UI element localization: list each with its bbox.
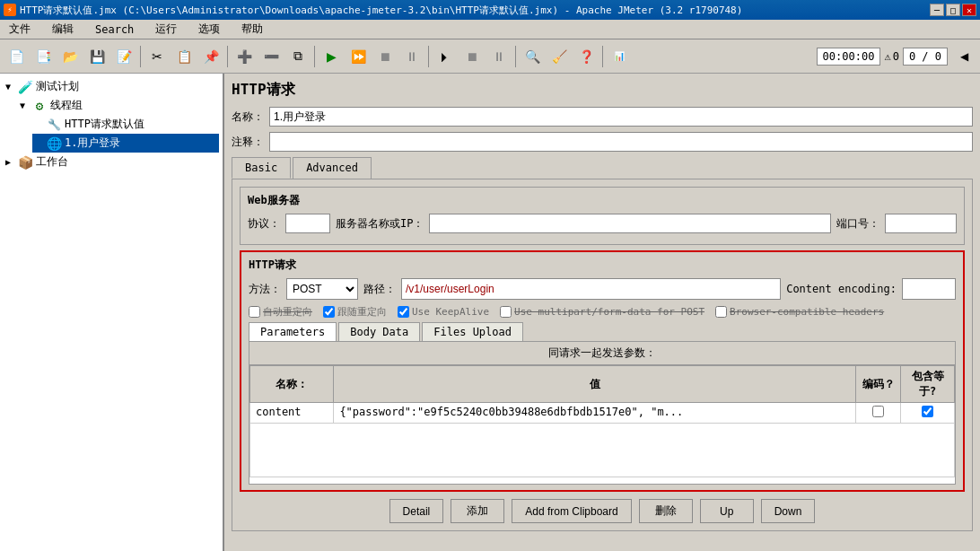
main-layout: ▼ 🧪 测试计划 ▼ ⚙ 线程组 🔧 HTTP请求默认值 🌐 1.用户登录 ▶ … (0, 74, 980, 551)
tree-panel: ▼ 🧪 测试计划 ▼ ⚙ 线程组 🔧 HTTP请求默认值 🌐 1.用户登录 ▶ … (0, 74, 224, 551)
follow-redirect-checkbox[interactable]: 跟随重定向 (323, 305, 387, 319)
comment-row: 注释： (232, 132, 973, 152)
paste-button[interactable]: 📌 (198, 44, 223, 69)
table-row[interactable]: content {"password":"e9f5c5240c0bb39488e… (250, 403, 955, 424)
inner-tab-body-data[interactable]: Body Data (338, 322, 420, 341)
remove-button[interactable]: ➖ (258, 44, 284, 69)
keepalive-checkbox[interactable]: Use KeepAlive (398, 306, 489, 318)
menu-options[interactable]: 选项 (193, 20, 225, 39)
report-button[interactable]: 📊 (607, 44, 632, 69)
protocol-label: 协议： (248, 216, 280, 232)
protocol-input[interactable] (285, 214, 330, 233)
duplicate-button[interactable]: ⧉ (285, 44, 311, 69)
http-request-section: HTTP请求 方法： POST GET PUT DELETE 路径： Conte… (240, 250, 965, 492)
toggle-button[interactable]: ◀ (951, 44, 976, 69)
method-select[interactable]: POST GET PUT DELETE (286, 278, 358, 300)
close-button[interactable]: ✕ (962, 4, 976, 16)
follow-redirect-label: 跟随重定向 (337, 305, 387, 319)
multipart-checkbox[interactable]: Use multipart/form-data for POST (500, 306, 704, 318)
param-encoded[interactable] (856, 403, 901, 424)
new-button[interactable]: 📄 (4, 44, 29, 69)
http-method-row: 方法： POST GET PUT DELETE 路径： Content enco… (249, 278, 956, 300)
follow-redirect-input[interactable] (323, 306, 335, 318)
tree-item-test-plan[interactable]: ▼ 🧪 测试计划 (4, 77, 219, 96)
menu-edit[interactable]: 编辑 (47, 20, 79, 39)
param-include-equals-checkbox[interactable] (922, 406, 933, 417)
name-row: 名称： (232, 107, 973, 127)
port-label: 端口号： (836, 216, 879, 232)
maximize-button[interactable]: □ (946, 4, 960, 16)
comment-input[interactable] (269, 132, 973, 152)
col-header-include-equals: 包含等于? (901, 366, 955, 403)
expand-arrow-thread: ▼ (20, 101, 29, 110)
param-encoded-checkbox[interactable] (872, 406, 884, 417)
name-input[interactable] (269, 107, 973, 127)
tree-label-test-plan: 测试计划 (36, 79, 79, 94)
browser-headers-input[interactable] (715, 306, 727, 318)
open-button[interactable]: 📂 (57, 44, 83, 69)
shutdown-button[interactable]: ⏸ (399, 44, 424, 69)
http-default-icon: 🔧 (47, 118, 61, 132)
toolbar-right: 00:00:00 ⚠ 0 0 / 0 ◀ (817, 44, 976, 69)
tree-item-http-default[interactable]: 🔧 HTTP请求默认值 (32, 115, 219, 134)
remote-shutdown-all-button[interactable]: ⏸ (486, 44, 512, 69)
menu-run[interactable]: 运行 (150, 20, 182, 39)
inner-tab-files-upload[interactable]: Files Upload (422, 322, 523, 341)
tree-item-workbench[interactable]: ▶ 📦 工作台 (4, 153, 219, 171)
auto-redirect-checkbox[interactable]: 自动重定向 (249, 305, 312, 319)
tree-label-http-sampler: 1.用户登录 (65, 136, 120, 151)
up-button[interactable]: Up (700, 499, 754, 523)
tree-item-http-sampler[interactable]: 🌐 1.用户登录 (32, 134, 219, 153)
search-btn[interactable]: 🔍 (520, 44, 545, 69)
save-as-button[interactable]: 📝 (111, 44, 136, 69)
cut-button[interactable]: ✂ (144, 44, 170, 69)
encoding-input[interactable] (902, 278, 956, 300)
tree-item-thread-group[interactable]: ▼ ⚙ 线程组 (18, 96, 219, 115)
auto-redirect-input[interactable] (249, 306, 260, 318)
minimize-button[interactable]: ─ (930, 4, 944, 16)
detail-button[interactable]: Detail (389, 499, 444, 523)
keepalive-input[interactable] (398, 306, 409, 318)
param-include-equals[interactable] (901, 403, 955, 424)
add-param-button[interactable]: 添加 (451, 499, 504, 523)
method-label: 方法： (249, 282, 281, 297)
browser-headers-checkbox[interactable]: Browser-compatible headers (715, 306, 884, 318)
help-button[interactable]: ❓ (573, 44, 599, 69)
open-template-button[interactable]: 📑 (31, 44, 56, 69)
down-button[interactable]: Down (761, 499, 816, 523)
toolbar-sep-2 (227, 46, 228, 67)
add-from-clipboard-button[interactable]: Add from Clipboard (512, 499, 631, 523)
path-input[interactable] (401, 278, 781, 300)
server-input[interactable] (429, 214, 831, 233)
port-input[interactable] (885, 214, 957, 233)
checkbox-row: 自动重定向 跟随重定向 Use KeepAlive Use multi (249, 305, 956, 319)
inner-tab-parameters[interactable]: Parameters (249, 322, 337, 341)
tab-basic[interactable]: Basic (232, 157, 291, 179)
copy-button[interactable]: 📋 (171, 44, 197, 69)
toolbar: 📄 📑 📂 💾 📝 ✂ 📋 📌 ➕ ➖ ⧉ ▶ ⏩ ⏹ ⏸ ⏵ ⏹ ⏸ 🔍 🧹 … (0, 39, 980, 74)
menu-help[interactable]: 帮助 (236, 20, 268, 39)
save-button[interactable]: 💾 (84, 44, 109, 69)
content-panel: HTTP请求 名称： 注释： Basic Advanced Web服务器 (224, 74, 980, 551)
stop-button[interactable]: ⏹ (372, 44, 398, 69)
toolbar-sep-1 (140, 46, 141, 67)
menu-file[interactable]: 文件 (4, 20, 36, 39)
start-no-pause-button[interactable]: ⏩ (346, 44, 371, 69)
menu-search[interactable]: Search (90, 22, 139, 38)
remote-start-all-button[interactable]: ⏵ (433, 44, 458, 69)
param-name: content (250, 403, 334, 424)
add-button[interactable]: ➕ (232, 44, 257, 69)
clear-all-button[interactable]: 🧹 (547, 44, 572, 69)
multipart-input[interactable] (500, 306, 512, 318)
remote-stop-all-button[interactable]: ⏹ (459, 44, 485, 69)
toolbar-sep-5 (515, 46, 516, 67)
keepalive-label: Use KeepAlive (412, 306, 489, 318)
title-bar-controls[interactable]: ─ □ ✕ (930, 4, 976, 16)
tab-advanced[interactable]: Advanced (293, 157, 372, 179)
server-label: 服务器名称或IP： (336, 216, 424, 232)
start-button[interactable]: ▶ (319, 44, 344, 69)
bottom-buttons: Detail 添加 Add from Clipboard 删除 Up Down (240, 499, 965, 523)
col-header-value: 值 (334, 366, 856, 403)
counter-display: 0 / 0 (903, 48, 948, 66)
delete-button[interactable]: 删除 (639, 499, 693, 523)
